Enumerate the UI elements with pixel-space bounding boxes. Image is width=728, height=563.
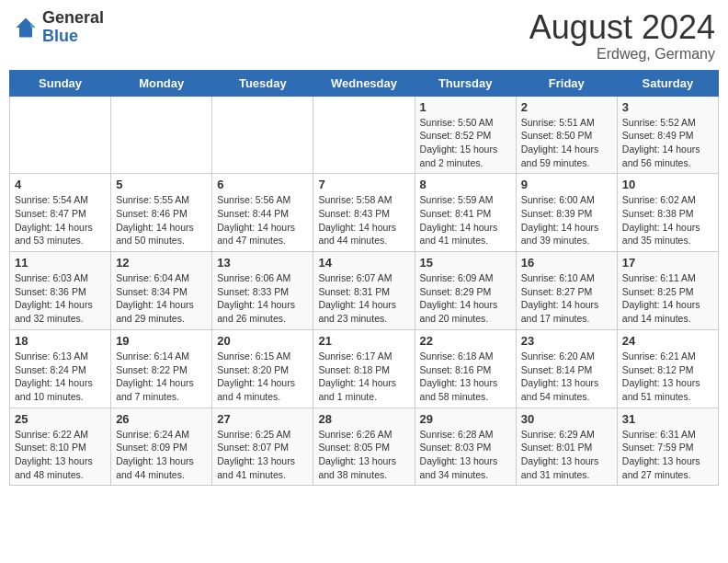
day-number: 6 — [217, 178, 308, 191]
day-info: Sunrise: 6:28 AM Sunset: 8:03 PM Dayligh… — [420, 428, 511, 482]
day-number: 24 — [622, 334, 713, 348]
day-number: 27 — [217, 412, 308, 426]
day-info: Sunrise: 6:07 AM Sunset: 8:31 PM Dayligh… — [318, 271, 409, 326]
day-number: 4 — [15, 178, 106, 191]
day-cell: 17Sunrise: 6:11 AM Sunset: 8:25 PM Dayli… — [617, 252, 718, 330]
day-number: 20 — [217, 334, 308, 348]
day-number: 28 — [318, 412, 409, 426]
day-cell: 31Sunrise: 6:31 AM Sunset: 7:59 PM Dayli… — [617, 408, 718, 486]
day-info: Sunrise: 6:03 AM Sunset: 8:36 PM Dayligh… — [15, 271, 106, 326]
day-cell: 22Sunrise: 6:18 AM Sunset: 8:16 PM Dayli… — [415, 329, 516, 408]
day-cell: 28Sunrise: 6:26 AM Sunset: 8:05 PM Dayli… — [313, 408, 415, 486]
day-info: Sunrise: 6:09 AM Sunset: 8:29 PM Dayligh… — [420, 271, 511, 326]
day-number: 8 — [420, 178, 511, 191]
day-cell: 14Sunrise: 6:07 AM Sunset: 8:31 PM Dayli… — [313, 252, 415, 330]
day-number: 12 — [116, 256, 207, 270]
day-info: Sunrise: 6:26 AM Sunset: 8:05 PM Dayligh… — [318, 428, 409, 482]
day-info: Sunrise: 5:56 AM Sunset: 8:44 PM Dayligh… — [217, 193, 308, 247]
day-cell: 18Sunrise: 6:13 AM Sunset: 8:24 PM Dayli… — [10, 329, 111, 408]
day-number: 18 — [15, 334, 106, 348]
day-cell: 5Sunrise: 5:55 AM Sunset: 8:46 PM Daylig… — [111, 174, 212, 252]
day-cell: 8Sunrise: 5:59 AM Sunset: 8:41 PM Daylig… — [415, 174, 516, 252]
day-info: Sunrise: 5:51 AM Sunset: 8:50 PM Dayligh… — [521, 116, 612, 170]
calendar-header: SundayMondayTuesdayWednesdayThursdayFrid… — [10, 70, 719, 96]
calendar-body: 1Sunrise: 5:50 AM Sunset: 8:52 PM Daylig… — [10, 96, 719, 486]
day-info: Sunrise: 6:02 AM Sunset: 8:38 PM Dayligh… — [622, 193, 713, 247]
day-cell: 23Sunrise: 6:20 AM Sunset: 8:14 PM Dayli… — [516, 329, 617, 408]
day-cell: 29Sunrise: 6:28 AM Sunset: 8:03 PM Dayli… — [415, 408, 516, 486]
month-year-title: August 2024 — [529, 9, 715, 46]
day-number: 9 — [521, 178, 612, 191]
day-info: Sunrise: 6:06 AM Sunset: 8:33 PM Dayligh… — [217, 271, 308, 326]
day-info: Sunrise: 6:20 AM Sunset: 8:14 PM Dayligh… — [521, 350, 612, 404]
day-number: 26 — [116, 412, 207, 426]
day-info: Sunrise: 6:13 AM Sunset: 8:24 PM Dayligh… — [15, 350, 106, 404]
day-info: Sunrise: 5:58 AM Sunset: 8:43 PM Dayligh… — [318, 193, 409, 247]
day-info: Sunrise: 5:54 AM Sunset: 8:47 PM Dayligh… — [15, 193, 106, 247]
day-number: 19 — [116, 334, 207, 348]
day-info: Sunrise: 6:25 AM Sunset: 8:07 PM Dayligh… — [217, 428, 308, 482]
column-header-saturday: Saturday — [617, 70, 718, 96]
logo: General Blue — [13, 9, 104, 46]
day-info: Sunrise: 6:21 AM Sunset: 8:12 PM Dayligh… — [622, 350, 713, 404]
day-cell: 21Sunrise: 6:17 AM Sunset: 8:18 PM Dayli… — [313, 329, 415, 408]
day-info: Sunrise: 6:04 AM Sunset: 8:34 PM Dayligh… — [116, 271, 207, 326]
week-row-1: 1Sunrise: 5:50 AM Sunset: 8:52 PM Daylig… — [10, 96, 719, 174]
logo-blue-text: Blue — [42, 28, 104, 46]
day-info: Sunrise: 5:59 AM Sunset: 8:41 PM Dayligh… — [420, 193, 511, 247]
column-header-thursday: Thursday — [415, 70, 516, 96]
day-info: Sunrise: 6:24 AM Sunset: 8:09 PM Dayligh… — [116, 428, 207, 482]
day-cell: 19Sunrise: 6:14 AM Sunset: 8:22 PM Dayli… — [111, 329, 212, 408]
day-number: 2 — [521, 100, 612, 114]
day-cell: 12Sunrise: 6:04 AM Sunset: 8:34 PM Dayli… — [111, 252, 212, 330]
day-cell: 2Sunrise: 5:51 AM Sunset: 8:50 PM Daylig… — [516, 96, 617, 174]
day-info: Sunrise: 6:10 AM Sunset: 8:27 PM Dayligh… — [521, 271, 612, 326]
day-cell: 1Sunrise: 5:50 AM Sunset: 8:52 PM Daylig… — [415, 96, 516, 174]
day-cell — [10, 96, 111, 174]
day-info: Sunrise: 6:18 AM Sunset: 8:16 PM Dayligh… — [420, 350, 511, 404]
logo-general-text: General — [42, 9, 104, 28]
day-number: 22 — [420, 334, 511, 348]
day-info: Sunrise: 6:29 AM Sunset: 8:01 PM Dayligh… — [521, 428, 612, 482]
week-row-5: 25Sunrise: 6:22 AM Sunset: 8:10 PM Dayli… — [10, 408, 719, 486]
column-header-friday: Friday — [516, 70, 617, 96]
day-cell: 9Sunrise: 6:00 AM Sunset: 8:39 PM Daylig… — [516, 174, 617, 252]
column-header-wednesday: Wednesday — [313, 70, 415, 96]
day-info: Sunrise: 6:31 AM Sunset: 7:59 PM Dayligh… — [622, 428, 713, 482]
day-cell: 4Sunrise: 5:54 AM Sunset: 8:47 PM Daylig… — [10, 174, 111, 252]
day-cell: 10Sunrise: 6:02 AM Sunset: 8:38 PM Dayli… — [617, 174, 718, 252]
day-number: 23 — [521, 334, 612, 348]
day-info: Sunrise: 6:11 AM Sunset: 8:25 PM Dayligh… — [622, 271, 713, 326]
day-cell: 6Sunrise: 5:56 AM Sunset: 8:44 PM Daylig… — [212, 174, 313, 252]
day-cell: 15Sunrise: 6:09 AM Sunset: 8:29 PM Dayli… — [415, 252, 516, 330]
day-number: 14 — [318, 256, 409, 270]
day-cell: 11Sunrise: 6:03 AM Sunset: 8:36 PM Dayli… — [10, 252, 111, 330]
day-info: Sunrise: 5:55 AM Sunset: 8:46 PM Dayligh… — [116, 193, 207, 247]
day-cell — [111, 96, 212, 174]
day-number: 1 — [420, 100, 511, 114]
day-cell: 16Sunrise: 6:10 AM Sunset: 8:27 PM Dayli… — [516, 252, 617, 330]
day-number: 11 — [15, 256, 106, 270]
day-info: Sunrise: 6:00 AM Sunset: 8:39 PM Dayligh… — [521, 193, 612, 247]
column-header-monday: Monday — [111, 70, 212, 96]
day-info: Sunrise: 6:14 AM Sunset: 8:22 PM Dayligh… — [116, 350, 207, 404]
day-number: 15 — [420, 256, 511, 270]
day-number: 3 — [622, 100, 713, 114]
week-row-4: 18Sunrise: 6:13 AM Sunset: 8:24 PM Dayli… — [10, 329, 719, 408]
day-cell: 26Sunrise: 6:24 AM Sunset: 8:09 PM Dayli… — [111, 408, 212, 486]
day-number: 21 — [318, 334, 409, 348]
day-number: 17 — [622, 256, 713, 270]
page-header: General Blue August 2024 Erdweg, Germany — [9, 9, 719, 63]
day-cell: 24Sunrise: 6:21 AM Sunset: 8:12 PM Dayli… — [617, 329, 718, 408]
day-number: 16 — [521, 256, 612, 270]
day-cell: 13Sunrise: 6:06 AM Sunset: 8:33 PM Dayli… — [212, 252, 313, 330]
header-row: SundayMondayTuesdayWednesdayThursdayFrid… — [10, 70, 719, 96]
day-number: 30 — [521, 412, 612, 426]
day-number: 13 — [217, 256, 308, 270]
day-cell: 27Sunrise: 6:25 AM Sunset: 8:07 PM Dayli… — [212, 408, 313, 486]
day-cell — [313, 96, 415, 174]
day-cell — [212, 96, 313, 174]
day-number: 25 — [15, 412, 106, 426]
day-number: 31 — [622, 412, 713, 426]
title-block: August 2024 Erdweg, Germany — [529, 9, 715, 63]
